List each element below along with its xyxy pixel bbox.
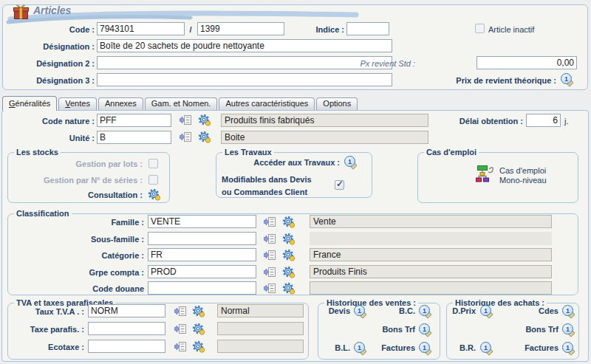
gear-icon[interactable] xyxy=(282,266,296,278)
tab-autres-caracteristiques[interactable]: Autres caractéristiques xyxy=(219,97,315,110)
zoom-icon[interactable]: 1 xyxy=(354,342,367,354)
modifiables-checkbox[interactable]: ✓ xyxy=(335,180,344,190)
grpe-compta-display: Produits Finis xyxy=(310,265,552,278)
article-inactif-checkbox xyxy=(475,24,485,33)
gear-icon[interactable] xyxy=(148,188,161,201)
delai-unit-label: j. xyxy=(564,117,569,126)
code-nature-input[interactable] xyxy=(97,114,171,127)
pick-list-icon[interactable] xyxy=(180,115,191,125)
designation-input[interactable] xyxy=(97,39,392,52)
br-label: B.R. xyxy=(448,343,476,352)
bons-trf-ventes-label: Bons Trf xyxy=(368,325,415,334)
pick-list-icon[interactable] xyxy=(174,324,186,334)
unite-input[interactable] xyxy=(97,131,171,144)
cdes-label: Cdes xyxy=(508,306,558,315)
zoom-icon[interactable]: 1 xyxy=(419,323,432,336)
gestion-par-series-label: Gestion par N° de séries : xyxy=(13,176,143,185)
pick-list-icon[interactable] xyxy=(264,234,276,244)
pick-list-icon[interactable] xyxy=(264,217,276,227)
famille-input[interactable] xyxy=(148,215,256,228)
zoom-icon[interactable]: 1 xyxy=(344,156,358,168)
zoom-icon[interactable]: 1 xyxy=(562,323,575,336)
acceder-travaux-label: Accéder aux Travaux : xyxy=(220,158,340,167)
gear-icon[interactable] xyxy=(192,305,205,317)
famille-display: Vente xyxy=(310,215,552,228)
grpe-compta-label: Grpe compta : xyxy=(30,268,144,277)
code-label: Code : xyxy=(15,25,95,34)
indice-label: Indice : xyxy=(301,25,344,34)
group-cas-emploi: Cas d'emploi xyxy=(417,148,578,203)
consultation-label: Consultation : xyxy=(28,190,143,199)
code-douane-input[interactable] xyxy=(148,281,256,295)
pick-list-icon[interactable] xyxy=(264,267,276,277)
sous-famille-display xyxy=(310,232,552,245)
pick-list-icon[interactable] xyxy=(180,132,191,142)
devis-label: Devis xyxy=(322,306,350,315)
tab-options[interactable]: Options xyxy=(316,97,358,110)
bl-label: B.L. xyxy=(322,343,350,352)
sous-famille-input[interactable] xyxy=(148,232,256,245)
zoom-icon[interactable]: 1 xyxy=(480,342,493,354)
pick-list-icon[interactable] xyxy=(264,284,276,293)
tab-gam-et-nomen[interactable]: Gam. et Nomen. xyxy=(145,97,218,110)
group-les-stocks-title: Les stocks xyxy=(14,148,61,157)
gift-icon xyxy=(12,4,30,21)
taux-tva-input[interactable] xyxy=(88,304,165,317)
designation3-input[interactable] xyxy=(97,73,392,86)
taux-tva-display: Normal xyxy=(217,304,304,317)
code-nature-display: Produits finis fabriqués xyxy=(221,114,428,127)
categorie-input[interactable] xyxy=(148,248,256,261)
taux-tva-label: Taux T.V.A . : xyxy=(6,307,84,316)
taxe-parafis-input[interactable] xyxy=(88,322,165,335)
px-revient-std-input[interactable] xyxy=(476,56,577,69)
gestion-par-lots-label: Gestion par lots : xyxy=(28,159,143,168)
tab-ventes[interactable]: Ventes xyxy=(58,97,97,110)
gestion-par-series-checkbox xyxy=(148,175,158,185)
code-separator: / xyxy=(187,25,194,34)
gear-icon[interactable] xyxy=(282,216,296,228)
prix-revient-theorique-label: Prix de revient théorique : xyxy=(410,76,556,85)
grpe-compta-input[interactable] xyxy=(148,265,256,278)
zoom-icon[interactable]: 1 xyxy=(561,73,574,86)
code-douane-display xyxy=(310,281,552,295)
zoom-icon[interactable]: 1 xyxy=(562,305,575,317)
cas-emploi-line1: Cas d'emploi xyxy=(499,166,546,175)
ecotaxe-label: Ecotaxe : xyxy=(6,343,84,351)
gear-icon[interactable] xyxy=(192,340,205,353)
zoom-icon[interactable]: 1 xyxy=(480,305,493,317)
tab-annexes[interactable]: Annexes xyxy=(98,97,143,110)
categorie-label: Catégorie : xyxy=(30,251,144,260)
pick-list-icon[interactable] xyxy=(174,306,186,316)
indice-input[interactable] xyxy=(346,22,389,35)
px-revient-std-label: Px revient Std : xyxy=(318,59,415,68)
gear-icon[interactable] xyxy=(192,323,205,335)
ecotaxe-input[interactable] xyxy=(88,340,165,353)
gear-icon[interactable] xyxy=(198,114,211,126)
gestion-par-lots-checkbox xyxy=(148,159,158,168)
delai-obtention-label: Délai obtention : xyxy=(442,117,523,126)
hierarchy-icon[interactable] xyxy=(475,164,496,183)
zoom-icon[interactable]: 1 xyxy=(419,305,432,317)
taxe-parafis-label: Taxe parafis. : xyxy=(6,325,84,334)
gear-icon[interactable] xyxy=(282,249,296,261)
designation2-label: Désignation 2 : xyxy=(11,59,95,68)
tab-generalites[interactable]: Généralités xyxy=(2,96,57,111)
factures-ventes-label: Factures xyxy=(368,343,415,352)
delai-obtention-input[interactable] xyxy=(526,114,561,127)
modifiables-line1-label: Modifiables dans Devis xyxy=(222,175,312,184)
code-input[interactable] xyxy=(97,22,185,35)
zoom-icon[interactable]: 1 xyxy=(419,342,432,354)
page-title: Articles xyxy=(33,4,71,16)
pick-list-icon[interactable] xyxy=(174,342,186,351)
gear-icon[interactable] xyxy=(198,131,211,143)
bons-trf-achats-label: Bons Trf xyxy=(508,325,558,334)
ecotaxe-display xyxy=(217,340,304,353)
sous-famille-label: Sous-famille : xyxy=(30,235,144,244)
pick-list-icon[interactable] xyxy=(264,250,276,260)
code-index-input[interactable] xyxy=(197,22,284,35)
zoom-icon[interactable]: 1 xyxy=(354,305,367,317)
gear-icon[interactable] xyxy=(282,233,296,245)
group-classification-title: Classification xyxy=(14,209,72,218)
zoom-icon[interactable]: 1 xyxy=(562,342,575,354)
gear-icon[interactable] xyxy=(282,282,296,295)
